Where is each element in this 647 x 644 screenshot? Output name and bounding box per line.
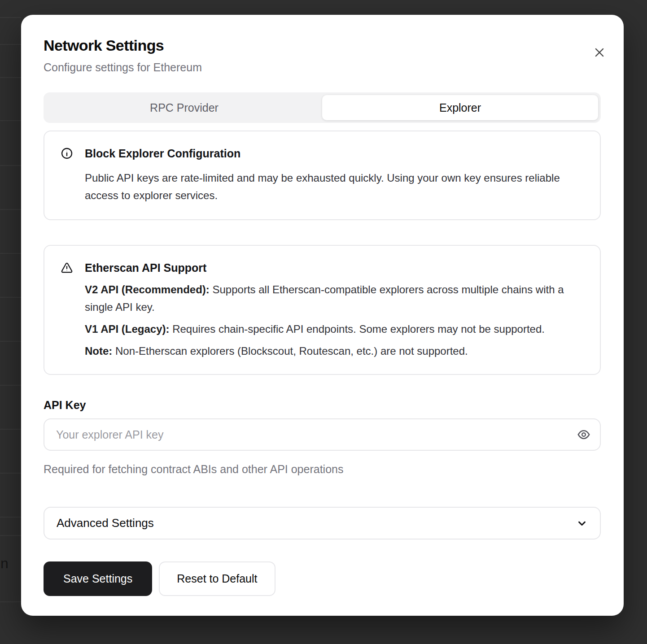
warning-item-v2: V2 API (Recommended): Supports all Ether…	[85, 281, 584, 316]
info-card-header: Block Explorer Configuration	[61, 147, 584, 160]
tab-explorer[interactable]: Explorer	[322, 95, 598, 120]
advanced-settings-label: Advanced Settings	[57, 516, 154, 530]
info-icon	[61, 147, 73, 160]
toggle-key-visibility-button[interactable]	[574, 425, 594, 444]
background-clipped-text: n	[0, 556, 9, 570]
background-row-divider	[0, 253, 21, 254]
info-card-text: Public API keys are rate-limited and may…	[85, 169, 584, 204]
warning-item-v2-label: V2 API (Recommended):	[85, 283, 210, 296]
background-row-divider	[0, 517, 21, 518]
api-key-input[interactable]	[44, 418, 601, 451]
warning-item-v1-label: V1 API (Legacy):	[85, 323, 170, 335]
warning-item-v1: V1 API (Legacy): Requires chain-specific…	[85, 320, 584, 338]
network-settings-dialog: Network Settings Configure settings for …	[21, 15, 624, 616]
dialog-title: Network Settings	[44, 36, 601, 54]
background-row-divider	[0, 385, 21, 386]
close-button[interactable]	[591, 44, 608, 61]
background-row-divider	[0, 17, 21, 18]
info-card-title: Block Explorer Configuration	[85, 147, 240, 160]
background-row-divider	[0, 165, 21, 166]
background-row-divider	[0, 535, 21, 536]
save-settings-button[interactable]: Save Settings	[44, 561, 152, 596]
warning-card-body: V2 API (Recommended): Supports all Ether…	[85, 281, 584, 360]
tab-list: RPC Provider Explorer	[44, 92, 601, 123]
background-row-divider	[0, 209, 21, 210]
api-key-input-wrap	[44, 418, 601, 451]
background-row-divider	[0, 473, 21, 474]
tab-rpc-provider[interactable]: RPC Provider	[46, 95, 322, 120]
reset-to-default-button[interactable]: Reset to Default	[159, 561, 275, 596]
background-table-strip: n	[0, 0, 21, 644]
warning-item-v1-text: Requires chain-specific API endpoints. S…	[170, 323, 545, 335]
warning-item-note-text: Non-Etherscan explorers (Blockscout, Rou…	[112, 345, 468, 357]
background-row-divider	[0, 77, 21, 78]
background-row-divider	[0, 44, 21, 45]
dialog-footer: Save Settings Reset to Default	[44, 561, 601, 596]
advanced-settings-toggle[interactable]: Advanced Settings	[44, 507, 601, 540]
background-row-divider	[0, 297, 21, 298]
api-key-helper-text: Required for fetching contract ABIs and …	[44, 462, 601, 476]
warning-icon	[61, 261, 73, 274]
warning-card: Etherscan API Support V2 API (Recommende…	[44, 245, 601, 375]
warning-item-note: Note: Non-Etherscan explorers (Blockscou…	[85, 342, 584, 360]
close-icon	[593, 46, 606, 59]
background-row-divider	[0, 120, 21, 121]
eye-icon	[577, 428, 590, 441]
info-card: Block Explorer Configuration Public API …	[44, 131, 601, 220]
chevron-down-icon	[576, 517, 588, 530]
info-card-body: Public API keys are rate-limited and may…	[85, 169, 584, 204]
warning-item-note-label: Note:	[85, 345, 112, 357]
warning-card-title: Etherscan API Support	[85, 261, 206, 274]
warning-card-header: Etherscan API Support	[61, 261, 584, 274]
background-row-divider	[0, 601, 21, 602]
dialog-subtitle: Configure settings for Ethereum	[44, 61, 601, 74]
background-row-divider	[0, 341, 21, 342]
api-key-label: API Key	[44, 398, 601, 412]
background-row-divider	[0, 429, 21, 430]
